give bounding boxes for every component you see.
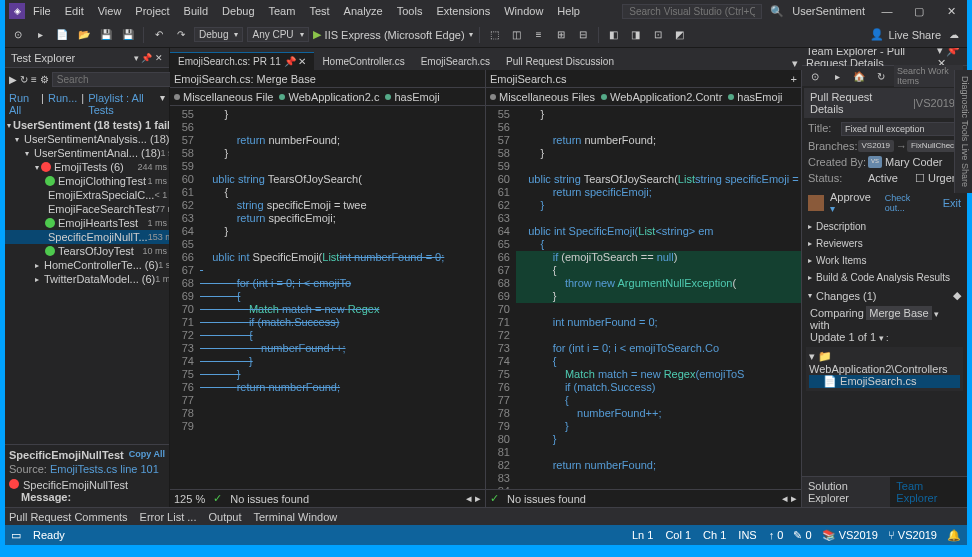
test-link[interactable]: Run... — [48, 92, 77, 116]
team-explorer-tab[interactable]: Team Explorer — [890, 477, 967, 507]
menu-help[interactable]: Help — [551, 3, 586, 19]
source-link[interactable]: EmojiTests.cs line 101 — [50, 463, 159, 475]
menu-debug[interactable]: Debug — [216, 3, 260, 19]
playlist-icon[interactable]: ≡ — [31, 70, 37, 88]
accordion-reviewers[interactable]: Reviewers — [802, 235, 967, 252]
feedback-icon[interactable]: ☁ — [945, 26, 963, 44]
menu-project[interactable]: Project — [129, 3, 175, 19]
menu-file[interactable]: File — [27, 3, 57, 19]
tool-icon[interactable]: ◧ — [605, 26, 623, 44]
home-icon[interactable]: 🏠 — [850, 67, 868, 85]
menu-tools[interactable]: Tools — [391, 3, 429, 19]
accordion-build---code-analysis-results[interactable]: Build & Code Analysis Results — [802, 269, 967, 286]
checkout-link[interactable]: Check out... — [885, 193, 933, 213]
tool-icon[interactable]: ⬚ — [486, 26, 504, 44]
editor-tab[interactable]: EmojiSearch.cs: PR 11 📌 ✕ — [170, 52, 314, 70]
panel-pin-icon[interactable]: ▾ 📌 ✕ — [134, 53, 163, 63]
tool-icon[interactable]: ◨ — [627, 26, 645, 44]
test-row[interactable]: ▾UserSentimentAnalysis... (18)1 sec — [5, 132, 169, 146]
notification-icon[interactable]: 🔔 — [947, 529, 961, 542]
settings-icon[interactable]: ⚙ — [40, 70, 49, 88]
code-right[interactable]: } return numberFound; } ublic string Tea… — [516, 106, 801, 489]
test-row[interactable]: ▸TwitterDataModel... (6)1 ms — [5, 272, 169, 286]
tool-icon[interactable]: ⊞ — [552, 26, 570, 44]
bottom-tab[interactable]: Error List ... — [140, 511, 197, 523]
accordion-work-items[interactable]: Work Items — [802, 252, 967, 269]
branch-indicator[interactable]: ⑂ VS2019 — [888, 529, 937, 542]
work-item-search[interactable]: Search Work Items — [894, 65, 963, 87]
team-explorer-panel: Team Explorer - Pull Request Details▾ 📌 … — [802, 48, 967, 507]
test-row[interactable]: ▸HomeControllerTe... (6)1 sec — [5, 258, 169, 272]
menu-team[interactable]: Team — [263, 3, 302, 19]
repo-indicator[interactable]: 📚 VS2019 — [822, 529, 878, 542]
bottom-tab[interactable]: Terminal Window — [253, 511, 337, 523]
approve-button[interactable]: Approve ▾ — [830, 191, 879, 214]
platform-combo[interactable]: Any CPU — [247, 27, 308, 42]
tool-icon[interactable]: ◫ — [508, 26, 526, 44]
pr-title-input[interactable] — [841, 122, 961, 136]
changes-accordion[interactable]: Changes (1)◆ — [802, 286, 967, 305]
open-icon[interactable]: 📂 — [75, 26, 93, 44]
back-icon[interactable]: ⊙ — [806, 67, 824, 85]
run-tests-icon[interactable]: ▶ — [9, 70, 17, 88]
menu-build[interactable]: Build — [178, 3, 214, 19]
close-button[interactable]: ✕ — [939, 5, 963, 18]
accordion-description[interactable]: Description — [802, 218, 967, 235]
test-row[interactable]: EmojiClothingTest1 ms — [5, 174, 169, 188]
redo-icon[interactable]: ↷ — [172, 26, 190, 44]
test-row[interactable]: ▾EmojiTests (6)244 ms — [5, 160, 169, 174]
nav-back-icon[interactable]: ⊙ — [9, 26, 27, 44]
menu-analyze[interactable]: Analyze — [338, 3, 389, 19]
test-row[interactable]: EmojiHeartsTest1 ms — [5, 216, 169, 230]
add-icon[interactable]: + — [791, 73, 797, 85]
tool-icon[interactable]: ◩ — [671, 26, 689, 44]
menu-edit[interactable]: Edit — [59, 3, 90, 19]
tool-icon[interactable]: ⊡ — [649, 26, 667, 44]
menu-extensions[interactable]: Extensions — [430, 3, 496, 19]
editor-tab[interactable]: HomeController.cs — [314, 52, 412, 70]
test-link[interactable]: Run All — [9, 92, 37, 116]
down-icon[interactable]: ✎ 0 — [793, 529, 811, 542]
refresh-icon[interactable]: ↻ — [872, 67, 890, 85]
menu-view[interactable]: View — [92, 3, 128, 19]
side-tab[interactable]: Diagnostic Tools Live Share — [954, 70, 972, 193]
code-left[interactable]: } return numberFound; } ublic string Tea… — [200, 106, 485, 489]
test-row[interactable]: SpecificEmojiNullT...153 ms — [5, 230, 169, 244]
save-icon[interactable]: 💾 — [97, 26, 115, 44]
editor-tab[interactable]: EmojiSearch.cs — [413, 52, 498, 70]
config-combo[interactable]: Debug — [194, 27, 243, 42]
pr-section-header[interactable]: Pull Request Details| VS2019 ▾ — [804, 88, 965, 118]
minimize-button[interactable]: — — [875, 5, 899, 18]
play-icon: ▶ — [313, 28, 321, 41]
test-row[interactable]: EmojiExtraSpecialC...< 1 ms — [5, 188, 169, 202]
run-button[interactable]: ▶ IIS Express (Microsoft Edge) ▾ — [313, 28, 473, 41]
nav-fwd-icon[interactable]: ▸ — [31, 26, 49, 44]
up-icon[interactable]: ↑ 0 — [769, 529, 784, 542]
liveshare-button[interactable]: Live Share — [888, 29, 941, 41]
exit-link[interactable]: Exit — [943, 197, 961, 209]
bottom-tab[interactable]: Pull Request Comments — [9, 511, 128, 523]
new-icon[interactable]: 📄 — [53, 26, 71, 44]
quick-search-input[interactable] — [622, 4, 762, 19]
test-link[interactable]: Playlist : All Tests — [88, 92, 156, 116]
test-search-input[interactable] — [52, 72, 189, 87]
fwd-icon[interactable]: ▸ — [828, 67, 846, 85]
liveshare-icon[interactable]: 👤 — [870, 28, 884, 41]
bottom-tab[interactable]: Output — [208, 511, 241, 523]
undo-icon[interactable]: ↶ — [150, 26, 168, 44]
tool-icon[interactable]: ≡ — [530, 26, 548, 44]
search-icon[interactable]: 🔍 — [770, 5, 784, 18]
editor-tab[interactable]: Pull Request Discussion — [498, 52, 622, 70]
run-failed-icon[interactable]: ↻ — [20, 70, 28, 88]
menu-test[interactable]: Test — [303, 3, 335, 19]
solution-explorer-tab[interactable]: Solution Explorer — [802, 477, 890, 507]
menu-window[interactable]: Window — [498, 3, 549, 19]
copy-all-link[interactable]: Copy All — [129, 449, 165, 459]
test-row[interactable]: EmojiFaceSearchTest77 ms — [5, 202, 169, 216]
tool-icon[interactable]: ⊟ — [574, 26, 592, 44]
maximize-button[interactable]: ▢ — [907, 5, 931, 18]
test-row[interactable]: TearsOfJoyTest10 ms — [5, 244, 169, 258]
save-all-icon[interactable]: 💾 — [119, 26, 137, 44]
file-link[interactable]: EmojiSearch.cs — [840, 375, 916, 387]
test-row[interactable]: ▾UserSentimentAnal... (18)1 sec — [5, 146, 169, 160]
